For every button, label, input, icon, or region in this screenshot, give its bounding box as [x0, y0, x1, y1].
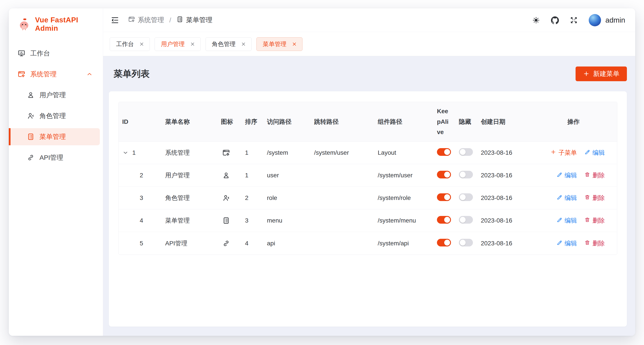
row-expander-icon[interactable] — [122, 149, 129, 156]
brand[interactable]: Vue FastAPI Admin — [9, 8, 103, 33]
cell-hidden — [455, 164, 477, 187]
edit-button[interactable]: 编辑 — [584, 149, 605, 157]
delete-button[interactable]: 删除 — [584, 239, 605, 248]
sidebar-item-workbench[interactable]: 工作台 — [9, 45, 100, 62]
cell-created: 2023-08-16 — [477, 164, 530, 187]
cell-order: 1 — [242, 142, 264, 164]
cell-component: /system/api — [374, 232, 434, 255]
cell-redirect — [310, 164, 374, 187]
delete-button[interactable]: 删除 — [584, 216, 605, 225]
cell-redirect — [310, 209, 374, 232]
tab-角色管理[interactable]: 角色管理 — [206, 37, 252, 51]
tree-cell: 2 — [122, 172, 158, 179]
sidebar-item-menu[interactable]: 菜单管理 — [9, 128, 100, 145]
cell-created: 2023-08-16 — [477, 142, 530, 164]
cell-keepalive — [434, 232, 455, 255]
created-date: 2023-08-16 — [481, 240, 512, 247]
column-header-菜单名称: 菜单名称 — [162, 102, 217, 142]
column-header-跳转路径: 跳转路径 — [310, 102, 374, 142]
cell-component-value: /system/menu — [378, 217, 416, 224]
cell-redirect — [310, 187, 374, 209]
column-header-label: 菜单名称 — [165, 118, 190, 125]
menu-name: 角色管理 — [165, 194, 190, 201]
trash-icon — [584, 172, 590, 179]
sidebar-item-api[interactable]: API管理 — [9, 149, 100, 166]
close-icon[interactable] — [190, 42, 195, 47]
keepalive-switch-on[interactable] — [437, 216, 451, 224]
hidden-switch-off[interactable] — [459, 193, 473, 201]
pencil-icon — [556, 240, 562, 247]
sidebar-item-system[interactable]: 系统管理 — [9, 66, 100, 83]
cell-id: 5 — [119, 232, 162, 255]
cell-actions: 编辑删除 — [530, 209, 617, 232]
cell-order: 3 — [242, 209, 264, 232]
cell-redirect: /system/user — [310, 142, 374, 164]
cell-component: /system/role — [374, 187, 434, 209]
collapse-sidebar-button[interactable] — [110, 16, 119, 25]
window-gear-icon — [128, 16, 135, 24]
keepalive-switch-on[interactable] — [437, 171, 451, 178]
cell-actions: 编辑删除 — [530, 187, 617, 209]
cell-hidden — [455, 209, 477, 232]
cell-path: /system — [264, 142, 310, 164]
table-row: 2用户管理1user/system/user2023-08-16编辑删除 — [119, 164, 617, 187]
tab-label: 菜单管理 — [263, 40, 286, 48]
keepalive-switch-on[interactable] — [437, 239, 451, 246]
tab-用户管理[interactable]: 用户管理 — [155, 37, 201, 51]
cell-actions: 编辑删除 — [530, 164, 617, 187]
delete-button-label: 删除 — [592, 194, 605, 202]
column-header-label: 创建日期 — [481, 118, 505, 125]
cell-redirect-value: /system/user — [314, 149, 349, 156]
delete-button[interactable]: 删除 — [584, 171, 605, 180]
edit-button[interactable]: 编辑 — [556, 194, 577, 202]
close-icon[interactable] — [241, 42, 246, 47]
hidden-switch-off[interactable] — [459, 148, 473, 156]
edit-button[interactable]: 编辑 — [556, 239, 577, 248]
sidebar-item-role[interactable]: 角色管理 — [9, 107, 100, 124]
cell-path-value: role — [267, 194, 277, 201]
hidden-switch-off[interactable] — [459, 171, 473, 178]
sidebar-item-label: 角色管理 — [40, 112, 66, 121]
breadcrumb-item[interactable]: 系统管理 — [128, 16, 164, 25]
github-button[interactable] — [551, 16, 559, 24]
tab-label: 角色管理 — [212, 40, 236, 48]
column-header-label: 访问路径 — [267, 118, 292, 125]
close-icon[interactable] — [292, 42, 297, 47]
cell-id: 1 — [119, 142, 162, 164]
cell-path-value: api — [267, 240, 275, 247]
breadcrumb-item[interactable]: 菜单管理 — [176, 16, 212, 25]
tab-菜单管理[interactable]: 菜单管理 — [256, 37, 302, 51]
edit-button[interactable]: 编辑 — [556, 216, 577, 225]
menu-name: 用户管理 — [165, 172, 190, 179]
user-menu[interactable]: admin — [589, 14, 625, 26]
keepalive-switch-on[interactable] — [437, 193, 451, 201]
cell-hidden — [455, 187, 477, 209]
role-icon — [27, 112, 35, 120]
submenu-button[interactable]: 子菜单 — [550, 149, 577, 157]
table-row: 5API管理4api/system/api2023-08-16编辑删除 — [119, 232, 617, 255]
cell-path: user — [264, 164, 310, 187]
tree-cell: 5 — [122, 240, 158, 247]
cell-name: 系统管理 — [162, 142, 217, 164]
create-menu-button[interactable]: 新建菜单 — [576, 67, 627, 81]
cell-icon — [217, 164, 242, 187]
cell-keepalive — [434, 209, 455, 232]
row-id: 3 — [140, 194, 143, 201]
menu-fold-icon — [110, 16, 119, 25]
hidden-switch-off[interactable] — [459, 216, 473, 224]
delete-button[interactable]: 删除 — [584, 194, 605, 202]
keepalive-switch-on[interactable] — [437, 148, 451, 156]
tab-工作台[interactable]: 工作台 — [110, 37, 150, 51]
cell-component-value: /system/api — [378, 240, 409, 247]
column-header-label: KeepAlive — [437, 106, 450, 137]
edit-button[interactable]: 编辑 — [556, 171, 577, 180]
hidden-switch-off[interactable] — [459, 239, 473, 246]
cell-component-value: Layout — [378, 149, 396, 156]
close-icon[interactable] — [139, 42, 144, 47]
cell-order: 1 — [242, 164, 264, 187]
sidebar-item-user[interactable]: 用户管理 — [9, 87, 100, 104]
sidebar-item-label: 菜单管理 — [40, 132, 66, 141]
fullscreen-button[interactable] — [570, 16, 578, 24]
cell-hidden — [455, 142, 477, 164]
theme-toggle-button[interactable] — [532, 16, 540, 24]
